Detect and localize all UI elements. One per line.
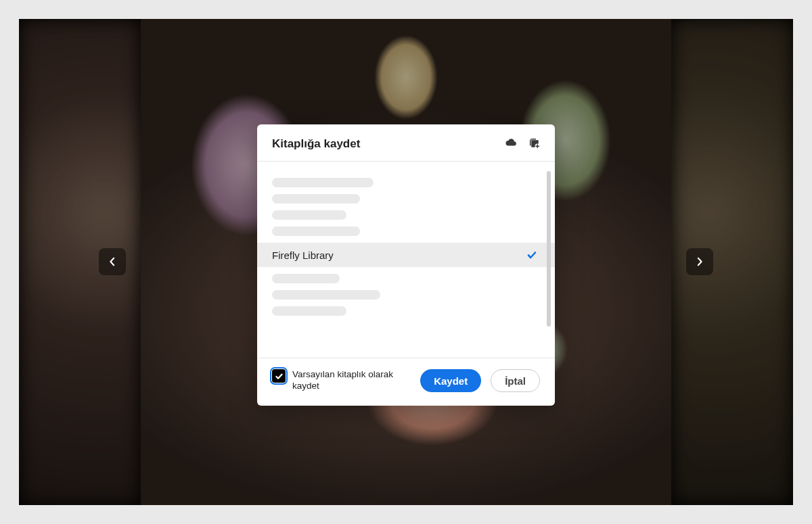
next-image-button[interactable] [686, 248, 713, 275]
library-item-skeleton [272, 306, 346, 316]
library-item-selected[interactable]: Firefly Library [257, 243, 555, 267]
dialog-title: Kitaplığa kaydet [272, 137, 360, 151]
check-icon [526, 249, 537, 260]
default-library-checkbox-label: Varsayılan kitaplık olarak kaydet [292, 369, 407, 392]
save-to-library-dialog: Kitaplığa kaydet Firefly Library Var [257, 124, 555, 406]
library-item-skeleton [272, 290, 380, 300]
library-item-skeleton [272, 227, 360, 236]
library-item-skeleton [272, 274, 340, 283]
checkmark-icon [275, 372, 284, 381]
previous-image-button[interactable] [99, 248, 126, 275]
library-add-icon[interactable] [528, 137, 540, 151]
cloud-icon[interactable] [505, 137, 517, 151]
library-item-label: Firefly Library [272, 249, 334, 261]
chevron-right-icon [695, 257, 704, 266]
chevron-left-icon [108, 257, 117, 266]
default-library-checkbox[interactable] [272, 369, 286, 383]
library-item-skeleton [272, 194, 360, 204]
dialog-header: Kitaplığa kaydet [257, 124, 555, 162]
library-item-skeleton [272, 210, 346, 220]
default-library-checkbox-group[interactable]: Varsayılan kitaplık olarak kaydet [272, 369, 411, 392]
library-item-skeleton [272, 178, 374, 187]
library-list[interactable]: Firefly Library [257, 162, 555, 358]
dialog-header-icons [505, 137, 540, 151]
cancel-button[interactable]: İptal [491, 369, 540, 392]
dialog-footer: Varsayılan kitaplık olarak kaydet Kaydet… [257, 358, 555, 406]
save-button[interactable]: Kaydet [420, 369, 481, 392]
